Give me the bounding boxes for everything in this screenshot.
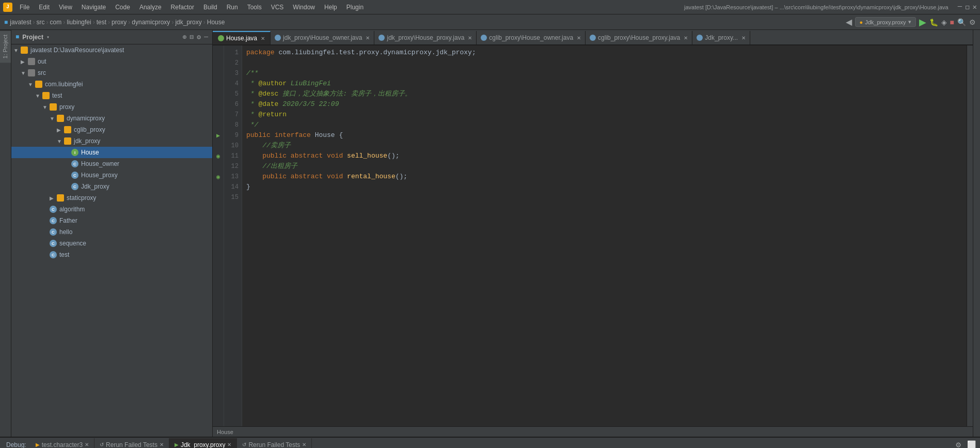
- arrow-javatest: ▼: [13, 48, 21, 53]
- tab-house-proxy-close[interactable]: ✕: [468, 35, 472, 41]
- tab-house-owner-close[interactable]: ✕: [366, 35, 370, 41]
- gutter-run-9[interactable]: ▶: [213, 130, 224, 141]
- code-editor[interactable]: ▶ ◉ ◉ 1 2 3 4 5 6 7 8 9 10 11 12 13: [213, 45, 973, 426]
- tab-cglib-house-proxy[interactable]: cglib_proxy\House_proxy.java ✕: [586, 31, 692, 44]
- menu-window[interactable]: Window: [291, 3, 317, 12]
- menu-refactor[interactable]: Refactor: [169, 3, 196, 12]
- tree-item-algorithm[interactable]: C algorithm: [11, 204, 212, 215]
- tree-item-house-owner[interactable]: C House_owner: [11, 158, 212, 169]
- bottom-tab-character3-close[interactable]: ✕: [85, 442, 89, 447]
- out-label: out: [38, 58, 46, 65]
- settings-button[interactable]: ⚙: [969, 18, 976, 26]
- tab-house-proxy[interactable]: jdk_proxy\House_proxy.java ✕: [374, 31, 477, 44]
- tree-item-jdk-proxy-class[interactable]: C Jdk_proxy: [11, 181, 212, 192]
- ln-7: 7: [224, 110, 239, 120]
- tab-cglib-house-proxy-close[interactable]: ✕: [684, 35, 688, 41]
- tree-item-test2[interactable]: C test: [11, 249, 212, 260]
- tree-item-cglib[interactable]: ▶ cglib_proxy: [11, 124, 212, 135]
- menu-analyze[interactable]: Analyze: [137, 3, 164, 12]
- bottom-tab-character3[interactable]: ▶ test.character3 ✕: [30, 438, 94, 449]
- stop-button[interactable]: ■: [950, 18, 954, 26]
- run-config-selector[interactable]: ● Jdk_proxy.proxy ▾: [855, 17, 916, 27]
- tab-jdk-proxy-close[interactable]: ✕: [741, 35, 746, 41]
- bottom-tab-rerun2-close[interactable]: ✕: [302, 442, 306, 447]
- nav-project-label[interactable]: javatest: [10, 19, 31, 26]
- menu-navigate[interactable]: Navigate: [80, 3, 108, 12]
- nav-src[interactable]: src: [37, 19, 45, 26]
- bottom-panel-settings[interactable]: ⚙: [952, 440, 965, 449]
- project-dropdown[interactable]: ▾: [46, 34, 50, 40]
- tab-cglib-house-owner-close[interactable]: ✕: [577, 35, 581, 41]
- tab-cglib-house-owner-label: cglib_proxy\House_owner.java: [489, 34, 573, 41]
- menu-plugin[interactable]: Plugin: [344, 3, 366, 12]
- tab-jdk-proxy-icon: [697, 35, 703, 41]
- tree-item-hello[interactable]: C hello: [11, 226, 212, 238]
- bottom-tab-bar: Debug: ▶ test.character3 ✕ ↺ Rerun Faile…: [0, 438, 980, 448]
- bottom-tab-jdk-proxy[interactable]: ▶ Jdk_proxy.proxy ✕: [169, 438, 237, 449]
- nav-test[interactable]: test: [97, 19, 106, 26]
- nav-project-icon: ■: [4, 19, 8, 26]
- bottom-tab-rerun1-icon: ↺: [100, 442, 104, 447]
- bottom-tab-jdk-proxy-close[interactable]: ✕: [227, 442, 231, 447]
- menu-help[interactable]: Help: [322, 3, 339, 12]
- close-btn[interactable]: ✕: [973, 3, 977, 11]
- sync-icon[interactable]: ⊕: [183, 33, 187, 41]
- tab-house-icon: [218, 35, 224, 41]
- project-panel-tab[interactable]: 1: Project: [0, 30, 11, 63]
- menu-edit[interactable]: Edit: [37, 3, 52, 12]
- code-line-1: package com.liubingfei.test.proxy.dynami…: [246, 48, 962, 58]
- tree-item-com[interactable]: ▼ com.liubingfei: [11, 79, 212, 90]
- menu-view[interactable]: View: [57, 3, 74, 12]
- maximize-btn[interactable]: ◻: [965, 3, 969, 11]
- tree-item-sequence[interactable]: C sequence: [11, 238, 212, 249]
- bottom-panel-maximize[interactable]: ⬜: [965, 440, 978, 448]
- nav-com[interactable]: com: [50, 19, 62, 26]
- menu-vcs[interactable]: VCS: [269, 3, 286, 12]
- nav-proxy[interactable]: proxy: [112, 19, 127, 26]
- menu-build[interactable]: Build: [201, 3, 219, 12]
- tree-item-out[interactable]: ▶ out: [11, 56, 212, 67]
- nav-dynamicproxy[interactable]: dynamicproxy: [132, 19, 170, 26]
- bottom-tab-rerun1[interactable]: ↺ Rerun Failed Tests ✕: [94, 438, 169, 449]
- minimize-panel-icon[interactable]: —: [204, 33, 208, 41]
- tree-item-dynamicproxy[interactable]: ▼ dynamicproxy: [11, 113, 212, 124]
- collapse-icon[interactable]: ⊟: [190, 33, 194, 41]
- tree-item-house[interactable]: I House: [11, 147, 212, 158]
- tree-item-jdk-proxy[interactable]: ▼ jdk_proxy: [11, 135, 212, 147]
- search-everywhere[interactable]: 🔍: [957, 18, 966, 26]
- tree-item-src[interactable]: ▼ src: [11, 67, 212, 79]
- tab-cglib-house-owner[interactable]: cglib_proxy\House_owner.java ✕: [477, 31, 586, 44]
- tree-item-staticproxy[interactable]: ▶ staticproxy: [11, 192, 212, 204]
- menu-tools[interactable]: Tools: [245, 3, 264, 12]
- code-line-15: [246, 192, 962, 203]
- tree-item-house-proxy[interactable]: C House_proxy: [11, 169, 212, 181]
- gutter-run-11[interactable]: ◉: [213, 151, 224, 161]
- run-with-coverage[interactable]: ◈: [941, 18, 947, 26]
- menu-file[interactable]: File: [18, 3, 31, 12]
- ln-13: 13: [224, 172, 239, 182]
- ln-5: 5: [224, 89, 239, 99]
- tab-house[interactable]: House.java ✕: [213, 31, 271, 44]
- tree-item-father[interactable]: C Father: [11, 215, 212, 226]
- bottom-tab-rerun1-close[interactable]: ✕: [160, 442, 164, 447]
- tab-jdk-proxy[interactable]: Jdk_proxy... ✕: [692, 31, 750, 44]
- menu-code[interactable]: Code: [113, 3, 132, 12]
- gutter-run-13[interactable]: ◉: [213, 172, 224, 182]
- menu-run[interactable]: Run: [225, 3, 240, 12]
- tab-house-owner[interactable]: jdk_proxy\House_owner.java ✕: [271, 31, 374, 44]
- bottom-tab-rerun2[interactable]: ↺ Rerun Failed Tests ✕: [237, 438, 312, 449]
- tab-house-close[interactable]: ✕: [261, 36, 265, 41]
- right-sidebar: [973, 30, 980, 437]
- tree-item-test[interactable]: ▼ test: [11, 90, 212, 101]
- tree-item-javatest[interactable]: ▼ javatest D:\JavaResource\javatest: [11, 44, 212, 56]
- minimize-btn[interactable]: ─: [958, 3, 962, 11]
- code-content[interactable]: package com.liubingfei.test.proxy.dynami…: [242, 45, 967, 426]
- tree-item-proxy[interactable]: ▼ proxy: [11, 101, 212, 113]
- gear-icon[interactable]: ⚙: [197, 33, 201, 41]
- nav-liubingfei[interactable]: liubingfei: [67, 19, 91, 26]
- debug-button[interactable]: 🐛: [929, 18, 938, 26]
- nav-jdk-proxy[interactable]: jdk_proxy: [175, 19, 201, 26]
- nav-back-btn[interactable]: ◀: [846, 17, 852, 27]
- run-button[interactable]: ▶: [919, 17, 926, 28]
- nav-house[interactable]: House: [207, 19, 225, 26]
